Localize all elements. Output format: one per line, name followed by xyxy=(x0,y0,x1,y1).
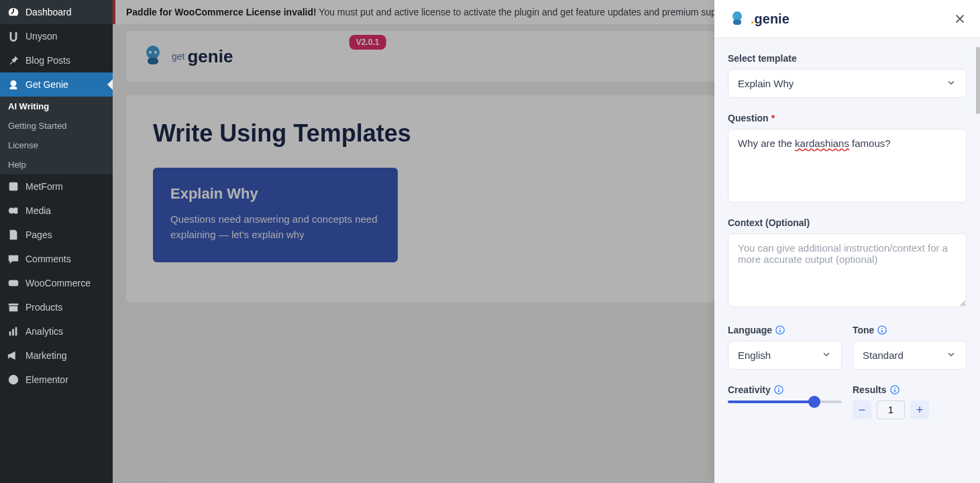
sidebar-item-label: Analytics xyxy=(25,326,63,337)
results-decrement-button[interactable]: − xyxy=(853,400,871,419)
tone-select[interactable]: Standard xyxy=(853,341,967,370)
svg-rect-5 xyxy=(12,329,14,335)
sidebar-sub-license[interactable]: License xyxy=(0,136,113,155)
genie-mascot-icon xyxy=(140,43,166,70)
scrollbar[interactable] xyxy=(976,47,980,114)
elementor-icon xyxy=(7,373,20,386)
chevron-down-icon xyxy=(821,349,832,362)
template-select[interactable]: Explain Why xyxy=(728,69,967,98)
sidebar-item-metform[interactable]: MetForm xyxy=(0,174,113,199)
svg-rect-9 xyxy=(148,58,158,64)
sidebar-item-blog-posts[interactable]: Blog Posts xyxy=(0,48,113,72)
woo-icon xyxy=(7,276,20,290)
results-value[interactable]: 1 xyxy=(877,400,905,419)
sidebar-item-label: Elementor xyxy=(25,374,68,385)
sidebar-item-elementor[interactable]: Elementor xyxy=(0,368,113,392)
svg-point-12 xyxy=(732,11,742,21)
creativity-label: Creativity xyxy=(728,384,842,395)
sidebar-item-label: MetForm xyxy=(25,181,63,192)
sidebar-item-label: Marketing xyxy=(25,350,66,361)
sidebar-sub-help[interactable]: Help xyxy=(0,155,113,174)
comment-icon xyxy=(7,252,20,266)
sidebar-item-label: WooCommerce xyxy=(25,278,91,288)
sidebar-item-label: Blog Posts xyxy=(25,55,70,66)
genie-logo: get genie xyxy=(140,43,233,70)
field-creativity: Creativity xyxy=(728,384,842,419)
language-value: English xyxy=(738,350,771,361)
sidebar-item-label: Comments xyxy=(25,254,71,264)
svg-point-11 xyxy=(154,51,157,54)
sidebar-item-pages[interactable]: Pages xyxy=(0,223,113,247)
panel-logo: .genie xyxy=(728,9,790,28)
sidebar-item-label: Unyson xyxy=(25,31,57,42)
results-label: Results xyxy=(853,384,967,395)
pin-icon xyxy=(7,54,20,67)
required-asterisk: * xyxy=(771,113,775,123)
notice-strong: Paddle for WooCommerce License invalid! xyxy=(126,7,317,17)
page-icon xyxy=(7,228,20,241)
genie-side-panel: .genie Select template Explain Why Quest… xyxy=(714,0,980,483)
info-icon[interactable] xyxy=(889,384,900,395)
sidebar-item-dashboard[interactable]: Dashboard xyxy=(0,0,113,24)
bars-icon xyxy=(7,325,20,338)
creativity-slider[interactable] xyxy=(728,400,842,403)
template-card-explain-why[interactable]: Explain Why Questions need answering and… xyxy=(153,168,398,262)
info-icon[interactable] xyxy=(773,384,784,395)
svg-point-2 xyxy=(9,208,15,214)
field-template: Select template Explain Why xyxy=(728,53,967,98)
sidebar-item-products[interactable]: Products xyxy=(0,295,113,319)
panel-body: Select template Explain Why Question * W… xyxy=(714,38,980,483)
question-label: Question * xyxy=(728,113,967,123)
sidebar-item-woocommerce[interactable]: WooCommerce xyxy=(0,271,113,295)
template-card-title: Explain Why xyxy=(170,185,380,203)
results-increment-button[interactable]: + xyxy=(910,400,929,419)
template-select-value: Explain Why xyxy=(738,78,794,89)
sidebar-item-media[interactable]: Media xyxy=(0,199,113,223)
sidebar-item-label: Media xyxy=(25,205,51,216)
megaphone-icon xyxy=(7,349,20,362)
sidebar-sub-ai-writing[interactable]: AI Writing xyxy=(0,97,113,116)
archive-icon xyxy=(7,301,20,314)
genie-mascot-icon xyxy=(728,9,747,28)
field-tone: Tone Standard xyxy=(853,325,967,370)
brand-name: genie xyxy=(187,46,233,67)
admin-sidebar: Dashboard Unyson Blog Posts Get Genie AI… xyxy=(0,0,113,483)
media-icon xyxy=(7,204,20,217)
sidebar-item-analytics[interactable]: Analytics xyxy=(0,319,113,343)
language-label: Language xyxy=(728,325,842,335)
unyson-icon xyxy=(7,30,20,43)
sidebar-item-label: Get Genie xyxy=(25,79,68,90)
info-icon[interactable] xyxy=(877,325,887,335)
template-label: Select template xyxy=(728,53,967,64)
notice-text: You must put and active license to activ… xyxy=(317,7,716,17)
gauge-icon xyxy=(7,5,20,19)
svg-point-0 xyxy=(11,80,17,87)
panel-brand-name: .genie xyxy=(751,11,790,27)
context-input[interactable] xyxy=(728,233,967,307)
field-context: Context (Optional) xyxy=(728,217,967,310)
sidebar-sub-getting-started[interactable]: Getting Started xyxy=(0,116,113,136)
sidebar-item-label: Products xyxy=(25,302,62,313)
sidebar-item-comments[interactable]: Comments xyxy=(0,247,113,271)
svg-rect-1 xyxy=(9,182,18,191)
slider-thumb[interactable] xyxy=(808,396,820,408)
question-input[interactable]: Why are the kardashians famous? xyxy=(728,129,967,203)
form-icon xyxy=(7,180,20,193)
svg-rect-4 xyxy=(9,331,11,335)
sidebar-item-marketing[interactable]: Marketing xyxy=(0,343,113,368)
sidebar-item-label: Pages xyxy=(25,229,52,240)
sidebar-item-label: Dashboard xyxy=(25,7,72,17)
language-select[interactable]: English xyxy=(728,341,842,370)
chevron-down-icon xyxy=(946,349,957,362)
info-icon[interactable] xyxy=(775,325,785,335)
panel-header: .genie xyxy=(714,0,980,38)
sidebar-item-unyson[interactable]: Unyson xyxy=(0,24,113,48)
close-button[interactable] xyxy=(953,12,967,25)
svg-point-10 xyxy=(149,51,152,54)
sidebar-item-get-genie[interactable]: Get Genie xyxy=(0,72,113,97)
svg-point-7 xyxy=(9,375,18,384)
tone-value: Standard xyxy=(863,350,904,361)
misspelled-word: kardashians xyxy=(795,138,849,149)
template-card-desc: Questions need answering and concepts ne… xyxy=(170,212,380,242)
field-results: Results − 1 + xyxy=(853,384,967,419)
